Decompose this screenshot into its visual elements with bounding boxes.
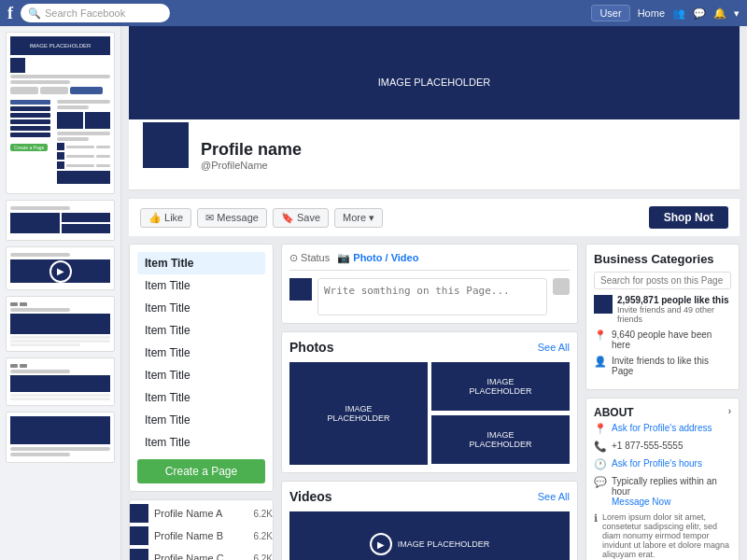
wf-video: ▶: [10, 259, 110, 283]
message-button[interactable]: ✉ Message: [197, 208, 267, 228]
left-sidebar: IMAGE PLACEHOLDER Create a Page: [0, 26, 121, 560]
wf-photos: [57, 112, 110, 129]
wf-img: [57, 171, 110, 184]
wf-post-txt: [10, 343, 80, 346]
people-row-1: Profile Name B 6.2K: [130, 526, 273, 545]
wf-txt: [66, 146, 94, 148]
wf-post-img: [10, 375, 110, 392]
main-layout: IMAGE PLACEHOLDER Create a Page: [0, 26, 747, 560]
wf-card-2: [6, 200, 115, 241]
wf-shop-btn: [70, 87, 103, 94]
videos-title: Videos: [289, 489, 332, 504]
photos-section-card: Photos See All IMAGEPLACEHOLDER IMAGEPLA…: [281, 331, 578, 473]
menu-item-3[interactable]: Item Title: [137, 319, 265, 342]
people-like-text: 2,959,871 people like this Invite friend…: [617, 295, 731, 324]
status-tab[interactable]: ⊙ Status: [289, 252, 330, 264]
wf-menu: [10, 133, 50, 137]
wf-photo: [10, 213, 60, 233]
wf-line: [10, 253, 70, 257]
wf-menu: [10, 113, 50, 118]
wf-count: [96, 155, 110, 158]
people-avatar: [130, 526, 148, 545]
wf-large-img: [10, 416, 110, 444]
wf-post-img: [10, 314, 110, 334]
menu-item-7[interactable]: Item Title: [137, 409, 265, 431]
content-area: Item Title Item Title Item Title Item Ti…: [129, 244, 740, 560]
wf-post-txt: [10, 340, 110, 343]
people-name: Profile Name C: [154, 553, 224, 560]
search-bar[interactable]: 🔍 Search Facebook: [21, 4, 170, 22]
wf-line: [10, 370, 70, 373]
fb-logo: f: [7, 4, 13, 23]
biz-search-input[interactable]: [594, 272, 731, 289]
search-icon: 🔍: [28, 7, 41, 20]
profile-avatar: [140, 119, 191, 171]
menu-item-8[interactable]: Item Title: [137, 431, 265, 454]
composer-settings[interactable]: [553, 278, 570, 295]
menu-item-6[interactable]: Item Title: [137, 386, 265, 409]
home-label[interactable]: Home: [638, 7, 665, 19]
composer-textarea[interactable]: [317, 278, 547, 315]
menu-item-4[interactable]: Item Title: [137, 342, 265, 364]
profile-avatar-row: Profile name @ProfileName: [140, 119, 728, 171]
biz-title: Business Categories: [594, 252, 731, 266]
people-row-0: Profile Name A 6.2K: [130, 504, 273, 523]
friends-icon: 👥: [672, 7, 685, 20]
shop-now-button[interactable]: Shop Not: [649, 206, 728, 229]
wf-create-btn: Create a Page: [10, 144, 48, 151]
like-button[interactable]: 👍 Like: [140, 208, 191, 228]
description-row: ℹ Lorem ipsum dolor sit amet, consetetur…: [594, 512, 731, 559]
about-chevron[interactable]: ›: [728, 406, 731, 419]
wf-icon: [20, 302, 27, 306]
address-link[interactable]: Ask for Profile's address: [612, 423, 712, 433]
save-button[interactable]: 🔖 Save: [273, 208, 329, 228]
wf-photo: [85, 112, 110, 129]
wf-av: [57, 152, 64, 160]
create-page-button[interactable]: Create a Page: [137, 459, 265, 483]
wf-post-txt: [10, 398, 110, 400]
wf-line: [10, 453, 70, 456]
wf-post-txt: [10, 336, 110, 339]
action-buttons-row: 👍 Like ✉ Message 🔖 Save More ▾ Shop Not: [129, 198, 740, 236]
user-button[interactable]: User: [591, 5, 629, 21]
wf-count: [96, 164, 110, 167]
photos-title: Photos: [289, 340, 333, 355]
wf-card-5: [6, 357, 115, 406]
people-count: 6.2K: [253, 531, 273, 541]
menu-item-5[interactable]: Item Title: [137, 364, 265, 386]
people-avatar: [130, 504, 148, 523]
wf-icon: [10, 302, 18, 306]
videos-see-all[interactable]: See All: [538, 491, 570, 502]
play-button[interactable]: ▶: [370, 533, 392, 555]
people-row-2: Profile Name C 6.2K: [130, 549, 273, 560]
top-nav: f 🔍 Search Facebook User Home 👥 💬 🔔 ▾: [0, 0, 747, 26]
more-button[interactable]: More ▾: [334, 208, 383, 228]
wf-menu: [10, 100, 50, 105]
wf-btn: [40, 87, 68, 94]
hours-link[interactable]: Ask for Profile's hours: [612, 458, 702, 469]
wf-photo: [62, 213, 111, 222]
wf-txt: [66, 155, 94, 158]
wf-line: [57, 105, 89, 109]
wf-line: [57, 137, 89, 141]
people-name: Profile Name B: [154, 530, 223, 541]
people-like-info: 2,959,871 people like this Invite friend…: [594, 295, 731, 324]
profile-name: Profile name: [201, 140, 728, 160]
phone-icon: 📞: [594, 441, 607, 453]
wf-photo: [62, 224, 111, 233]
response-row: 💬 Typically replies within an hour Messa…: [594, 476, 731, 507]
composer-tabs: ⊙ Status 📷 Photo / Video: [289, 252, 570, 271]
menu-item-1[interactable]: Item Title: [137, 274, 265, 297]
wf-menu: [10, 126, 50, 131]
photo-video-tab[interactable]: 📷 Photo / Video: [337, 252, 418, 264]
menu-item-2[interactable]: Item Title: [137, 297, 265, 319]
message-now-link[interactable]: Message Now: [612, 497, 670, 507]
video-placeholder: ▶ IMAGE PLACEHOLDER: [289, 511, 570, 560]
visited-info: 📍 9,640 people have been here: [594, 329, 731, 350]
wf-icons: [10, 302, 110, 306]
wf-photo: [57, 112, 82, 129]
menu-item-0[interactable]: Item Title: [137, 252, 265, 274]
location-icon: 📍: [594, 329, 607, 342]
photos-see-all[interactable]: See All: [538, 342, 570, 353]
wf-menu: [10, 119, 50, 124]
